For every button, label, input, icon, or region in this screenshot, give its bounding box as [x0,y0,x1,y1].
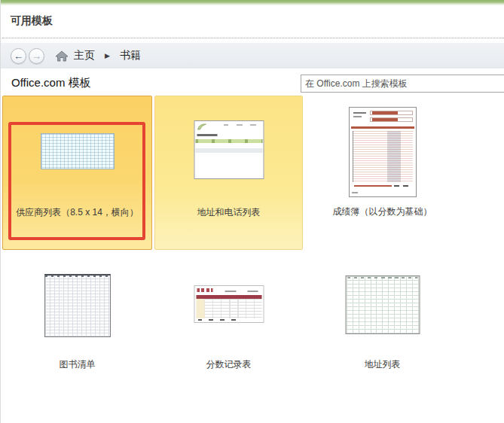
thumbnail-field-box [370,111,413,115]
thumbnail-footer-marks [197,319,239,321]
search-input[interactable] [301,75,504,93]
thumbnail-bottom-bar [354,185,392,187]
thumbnail-subtitle-line [353,116,362,117]
thumbnail-footer-mark [352,192,358,193]
template-label: 分数记录表 [154,358,303,371]
thumbnail-yellow-column [196,299,204,318]
thumbnail-header-marks [347,277,417,278]
breadcrumb-chevron-icon: ▶ [105,52,110,59]
template-grid: 供应商列表（8.5 x 14，横向） 地址和电话列表 [1,96,504,423]
thumbnail-table-rows [353,131,413,182]
back-arrow-icon: ← [14,51,23,61]
book-list-thumbnail [44,274,111,337]
template-tile-address-list[interactable]: 地址列表 [307,263,457,418]
address-phone-thumbnail [194,120,264,179]
address-list-thumbnail [345,275,420,334]
thumbnail-text-marks [247,291,258,292]
thumbnail-bottom-marks [394,185,411,187]
section-title: Office.com 模板 [11,76,91,90]
thumbnail-gray-column [387,131,401,182]
gradebook-thumbnail [349,107,417,197]
thumbnail-divider-bar [351,126,414,129]
template-label: 地址列表 [307,358,457,371]
forward-button[interactable]: → [29,48,44,64]
template-tile-score-record[interactable]: 分数记录表 [154,263,303,418]
breadcrumb-nav-bar: ← → 主页 ▶ 书籍 [1,43,504,68]
thumbnail-header-marks [45,275,110,277]
template-label: 地址和电话列表 [155,206,302,219]
template-tile-book-list[interactable]: 图书清单 [2,263,152,418]
template-gallery-window: 可用模板 ← → 主页 ▶ 书籍 Office.com 模板 供应商列表（8.5… [0,0,504,423]
thumbnail-title-line [353,112,366,114]
thumbnail-table-rows [196,299,261,318]
template-tile-supplier-list[interactable]: 供应商列表（8.5 x 14，横向） [2,96,152,250]
thumbnail-red-title [197,288,212,292]
red-annotation-box [8,122,145,240]
template-label: 图书清单 [2,358,152,371]
score-record-thumbnail [194,285,264,323]
thumbnail-data-row [195,148,262,153]
back-button[interactable]: ← [11,48,26,64]
home-button[interactable] [55,50,69,62]
breadcrumb-home[interactable]: 主页 [74,49,95,62]
thumbnail-text-marks [223,124,258,126]
title-separator [2,38,504,38]
template-tile-address-phone-list[interactable]: 地址和电话列表 [154,96,303,250]
thumbnail-field-box [370,117,413,122]
window-top-strip [1,0,504,5]
page-title: 可用模板 [11,14,53,28]
template-label: 成绩簿（以分数为基础） [307,205,457,218]
thumbnail-text-marks [225,291,236,292]
forward-arrow-icon: → [32,51,41,61]
leaf-logo-icon [197,123,206,130]
thumbnail-title-line [197,134,217,136]
template-tile-gradebook[interactable]: 成绩簿（以分数为基础） [307,96,457,250]
thumbnail-header-row [195,139,262,143]
home-icon [55,50,69,62]
breadcrumb-current[interactable]: 书籍 [120,49,141,62]
